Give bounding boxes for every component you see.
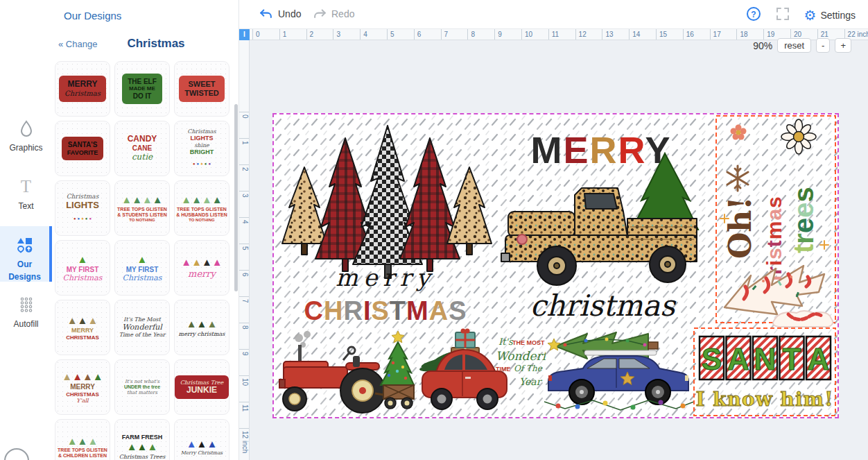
thumbnail-text: & STUDENTS LISTEN <box>117 212 167 218</box>
design-thumbnail-christmas-tree-junkie[interactable]: Christmas TreeJUNKIE <box>174 359 229 415</box>
design-thumbnail-tree-tops-glisten-children-listen[interactable]: ▲▲▲TREE TOPS GLISTEN& CHILDREN LISTEN <box>55 419 110 460</box>
thumbnail-text: Christmas <box>63 274 103 283</box>
settings-button[interactable]: ⚙ Settings <box>804 8 856 22</box>
v-ruler-tick: 6 <box>239 270 250 299</box>
design-thumbnail-most-wonderful-time-snowman[interactable]: It's The MostWonderfulTime of the Year <box>114 300 170 355</box>
design-thumbnail-merry-christmas-yall[interactable]: ▲▲▲▲MERRYCHRISTMASY'all <box>55 359 110 415</box>
thumbnail-text: LIGHTS <box>191 135 214 142</box>
zoom-reset-button[interactable]: reset <box>777 38 811 53</box>
svg-text:Of The: Of The <box>514 364 543 373</box>
merry-letters-text: MERRY <box>530 129 671 171</box>
zoom-level: 90% <box>753 40 772 51</box>
thumbnail-lights-art: ●●●●● <box>73 210 92 223</box>
design-thumbnail-candy-cane-cutie[interactable]: CANDYCANEcutie <box>114 121 170 176</box>
v-ruler-tick: 2 <box>239 164 250 194</box>
design-leopard-truck-merry-christmas[interactable]: MERRY <box>498 117 704 325</box>
design-thumbnail-merry-christmas-camo-trees[interactable]: ▲▲▲merry christmas <box>174 300 229 355</box>
design-thumbnail-farm-fresh-christmas-trees[interactable]: FARM FRESH▲▲▲Christmas Trees <box>114 419 170 460</box>
thumbnail-text: MADE ME <box>129 85 155 92</box>
text-icon: T <box>0 178 52 196</box>
design-thumbnail-santas-favorite[interactable]: SANTA'SFAVORITE <box>55 121 110 176</box>
v-ruler-tick: 5 <box>239 244 250 273</box>
h-ruler-tick: 3 <box>333 29 363 40</box>
thumbnail-text: MY FIRST <box>126 266 158 274</box>
design-blue-car-christmas-lights[interactable] <box>544 324 694 416</box>
design-thumbnail-christmas-lights-colorful[interactable]: ChristmasLIGHTS●●●●● <box>55 180 110 236</box>
panel-scrollbar[interactable] <box>234 104 238 291</box>
thumbnail-text: Wonderful <box>122 323 162 332</box>
thumbnail-text: TO NOTHING <box>189 218 215 223</box>
zoom-in-button[interactable]: + <box>835 38 851 53</box>
redo-button[interactable]: Redo <box>312 6 354 22</box>
design-thumbnail-merry-leopard-trees[interactable]: ▲▲▲▲merry <box>174 240 229 296</box>
design-santa-i-know-him[interactable]: S A N T A I know him! <box>693 309 837 417</box>
design-thumbnail-my-first-christmas-pink[interactable]: ▲MY FIRSTChristmas <box>55 240 110 296</box>
thumbnail-text: CHRISTMAS <box>66 391 99 398</box>
v-ruler-tick: 9 <box>239 349 250 378</box>
design-thumbnail-its-not-whats-under-the-tree[interactable]: It's not what'sUNDER the treethat matter… <box>114 359 170 415</box>
christmas-script-text: christmas <box>530 289 677 323</box>
design-thumbnail-merry-christmas-blue-plaid-trees[interactable]: ▲▲▲Merry Christmas <box>174 419 229 460</box>
thumbnail-text: merry christmas <box>179 331 225 337</box>
undo-button[interactable]: Undo <box>259 6 301 22</box>
redo-label: Redo <box>331 8 354 19</box>
ruler-origin: I <box>239 29 250 40</box>
h-ruler-tick: 6 <box>414 29 444 40</box>
thumbnail-trees-art: ▲▲▲▲ <box>62 370 103 383</box>
h-ruler-tick: 5 <box>387 29 417 40</box>
svg-text:T: T <box>783 342 801 376</box>
undo-label: Undo <box>278 8 301 19</box>
thumbnail-text: Christmas <box>187 128 216 135</box>
thumbnail-text: MERRY <box>71 327 94 334</box>
shapes-icon <box>0 236 49 254</box>
zoom-out-button[interactable]: - <box>816 38 830 53</box>
redo-icon <box>312 6 327 22</box>
fullscreen-button[interactable] <box>774 6 791 25</box>
sidebar-item-label: Autofill <box>13 319 38 329</box>
sidebar-item-label: Text <box>18 201 33 211</box>
design-thumbnail-tree-tops-glisten-husbands-listen[interactable]: ▲▲▲▲TREE TOPS GLISTEN& HUSBANDS LISTENTO… <box>174 180 229 236</box>
thumbnail-text: TREE TOPS GLISTEN <box>177 207 227 212</box>
gang-sheet-canvas[interactable]: merry CHRISTMAS MERRY <box>272 113 839 418</box>
design-thumbnail-sweet-and-twisted[interactable]: SWEETTWISTED <box>174 61 229 117</box>
design-plaid-trees-merry-christmas[interactable]: merry CHRISTMAS <box>278 117 493 325</box>
main-area: Undo Redo ? <box>239 0 868 460</box>
design-thumbnail-merry-christmas-rustic-trees[interactable]: ▲▲▲MERRYCHRISTMAS <box>55 300 110 355</box>
light-string <box>544 400 694 411</box>
thumbnail-text: FARM FRESH <box>122 434 163 441</box>
svg-text:THE MOST: THE MOST <box>512 339 545 346</box>
sidebar-item-autofill[interactable]: Autofill <box>0 296 52 330</box>
design-wonderful-time-red-car[interactable]: It's THE MOST Wonderful TIME Of The Year <box>417 327 546 417</box>
svg-text:TIME: TIME <box>496 366 511 373</box>
thumbnail-trees-art: ▲▲▲ <box>186 438 218 450</box>
v-ruler-tick: 1 <box>239 138 250 167</box>
change-category-link[interactable]: « Change <box>58 39 97 49</box>
design-thumbnail-tree-tops-glisten-students-listen[interactable]: ▲▲▲▲TREE TOPS GLISTEN& STUDENTS LISTENTO… <box>114 180 170 236</box>
thumbnail-lights-art: ●●●●● <box>192 155 211 168</box>
svg-text:A: A <box>808 342 830 376</box>
design-thumbnail-christmas-lights-shine-bright[interactable]: ChristmasLIGHTSshineBRIGHT●●●●● <box>174 121 229 176</box>
design-oh-christmas-trees[interactable]: Oh! christmas trees <box>715 114 837 324</box>
thumbnail-text: cutie <box>132 153 153 162</box>
thumbnail-trees-art: ▲ <box>137 253 148 266</box>
v-ruler-tick: 11 <box>239 402 250 431</box>
sidebar-item-text[interactable]: T Text <box>0 178 52 212</box>
design-thumbnail-merry-christmas-paint[interactable]: MERRYChristmas <box>55 61 110 117</box>
thumbnail-trees-art: ▲▲▲ <box>186 318 218 330</box>
design-thumbnail-my-first-christmas-blue[interactable]: ▲MY FIRSTChristmas <box>114 240 170 296</box>
thumbnail-text: Y'all <box>76 398 88 404</box>
thumbnail-text: FAVORITE <box>67 149 98 156</box>
help-button[interactable]: ? <box>745 6 762 25</box>
thumbnail-text: It's not what's <box>125 379 159 384</box>
thumbnail-swatch: SWEETTWISTED <box>179 76 225 101</box>
sidebar-item-graphics[interactable]: Graphics <box>0 119 52 153</box>
sidebar-item-our-designs[interactable]: Our Designs <box>0 226 52 282</box>
design-thumbnail-the-elf-made-me-do-it[interactable]: THE ELFMADE MEDO IT <box>114 61 170 117</box>
h-ruler-tick: 12 <box>575 29 605 40</box>
svg-text:N: N <box>754 342 776 376</box>
v-ruler-tick: 7 <box>239 296 250 325</box>
design-christmas-tractor-wagon[interactable] <box>278 328 415 416</box>
svg-text:?: ? <box>752 10 756 19</box>
help-icon: ? <box>745 6 762 22</box>
svg-text:A: A <box>727 342 749 376</box>
